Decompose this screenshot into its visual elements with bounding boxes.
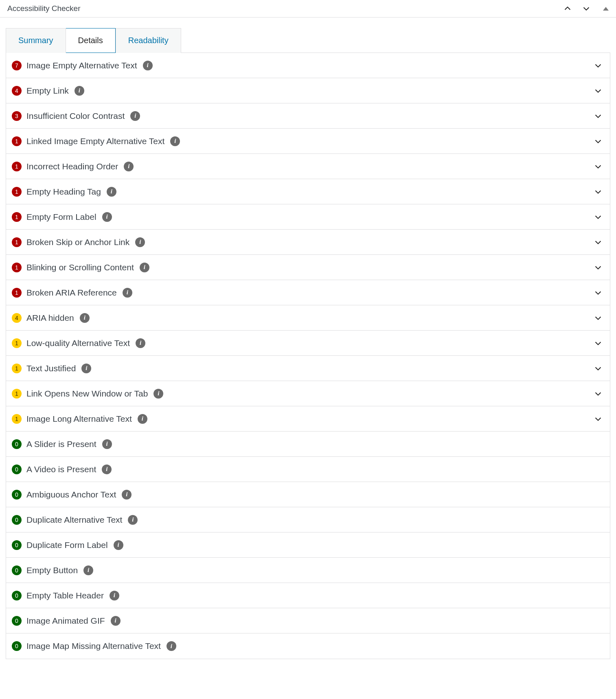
- count-badge: 3: [12, 111, 22, 121]
- info-icon[interactable]: i: [75, 86, 84, 96]
- chevron-down-icon[interactable]: [594, 364, 603, 373]
- count-badge: 1: [12, 414, 22, 424]
- chevron-down-icon[interactable]: [594, 61, 603, 70]
- triangle-up-icon[interactable]: [603, 7, 609, 11]
- info-icon[interactable]: i: [107, 187, 116, 197]
- count-badge: 1: [12, 263, 22, 272]
- issue-row: 0Duplicate Alternative Texti: [6, 507, 610, 532]
- count-badge: 1: [12, 364, 22, 373]
- chevron-down-icon[interactable]: [594, 86, 603, 95]
- panel-header: Accessibility Checker: [0, 0, 616, 18]
- issue-row: 0Image Animated GIFi: [6, 608, 610, 633]
- count-badge: 1: [12, 162, 22, 171]
- count-badge: 1: [12, 212, 22, 222]
- info-icon[interactable]: i: [102, 212, 112, 222]
- chevron-down-icon[interactable]: [594, 187, 603, 196]
- info-icon[interactable]: i: [167, 641, 176, 651]
- count-badge: 4: [12, 86, 22, 96]
- issue-title: Linked Image Empty Alternative Text: [26, 136, 164, 146]
- issue-row[interactable]: 1Empty Heading Tagi: [6, 179, 610, 204]
- info-icon[interactable]: i: [123, 288, 132, 298]
- issue-row[interactable]: 7Image Empty Alternative Texti: [6, 53, 610, 78]
- panel-header-controls: [563, 4, 609, 13]
- info-icon[interactable]: i: [170, 136, 180, 146]
- count-badge: 0: [12, 565, 22, 575]
- chevron-down-icon[interactable]: [582, 4, 591, 13]
- chevron-down-icon[interactable]: [594, 414, 603, 423]
- issue-row[interactable]: 1Empty Form Labeli: [6, 204, 610, 230]
- info-icon[interactable]: i: [111, 616, 121, 626]
- chevron-up-icon[interactable]: [563, 4, 572, 13]
- issue-row[interactable]: 1Image Long Alternative Texti: [6, 406, 610, 432]
- issue-row: 0Empty Table Headeri: [6, 583, 610, 608]
- info-icon[interactable]: i: [143, 61, 153, 70]
- issue-title: Broken Skip or Anchor Link: [26, 237, 129, 247]
- chevron-down-icon[interactable]: [594, 213, 603, 221]
- info-icon[interactable]: i: [128, 515, 138, 525]
- chevron-down-icon[interactable]: [594, 162, 603, 171]
- chevron-down-icon[interactable]: [594, 112, 603, 121]
- issue-row: 0Duplicate Form Labeli: [6, 532, 610, 558]
- info-icon[interactable]: i: [140, 263, 149, 272]
- info-icon[interactable]: i: [102, 465, 112, 474]
- chevron-down-icon[interactable]: [594, 339, 603, 348]
- info-icon[interactable]: i: [110, 591, 119, 600]
- count-badge: 7: [12, 61, 22, 70]
- issue-title: Text Justified: [26, 364, 76, 373]
- issue-row[interactable]: 1Low-quality Alternative Texti: [6, 331, 610, 356]
- info-icon[interactable]: i: [83, 565, 93, 575]
- info-icon[interactable]: i: [122, 490, 132, 500]
- info-icon[interactable]: i: [81, 364, 91, 373]
- issue-row[interactable]: 1Blinking or Scrolling Contenti: [6, 255, 610, 280]
- count-badge: 0: [12, 540, 22, 550]
- issue-row[interactable]: 1Incorrect Heading Orderi: [6, 154, 610, 179]
- panel-title: Accessibility Checker: [7, 4, 81, 13]
- chevron-down-icon[interactable]: [594, 288, 603, 297]
- issue-row: 0A Video is Presenti: [6, 457, 610, 482]
- issue-row[interactable]: 1Text Justifiedi: [6, 356, 610, 381]
- info-icon[interactable]: i: [136, 338, 145, 348]
- chevron-down-icon[interactable]: [594, 263, 603, 272]
- info-icon[interactable]: i: [135, 237, 145, 247]
- issue-row[interactable]: 3Insufficient Color Contrasti: [6, 103, 610, 129]
- tab-details[interactable]: Details: [66, 28, 116, 53]
- issue-list: 7Image Empty Alternative Texti4Empty Lin…: [6, 53, 610, 659]
- info-icon[interactable]: i: [153, 389, 163, 399]
- issue-row[interactable]: 4ARIA hiddeni: [6, 305, 610, 331]
- issue-title: Empty Form Label: [26, 212, 96, 222]
- issue-row: 0Image Map Missing Alternative Texti: [6, 633, 610, 659]
- info-icon[interactable]: i: [80, 313, 90, 323]
- issue-row[interactable]: 1Broken Skip or Anchor Linki: [6, 230, 610, 255]
- count-badge: 0: [12, 641, 22, 651]
- panel-content: SummaryDetailsReadability 7Image Empty A…: [0, 28, 616, 659]
- issue-title: Duplicate Form Label: [26, 540, 108, 550]
- info-icon[interactable]: i: [114, 540, 123, 550]
- chevron-down-icon[interactable]: [594, 238, 603, 247]
- chevron-down-icon[interactable]: [594, 137, 603, 146]
- issue-title: Image Map Missing Alternative Text: [26, 641, 161, 651]
- chevron-down-icon[interactable]: [594, 313, 603, 322]
- tab-summary[interactable]: Summary: [6, 28, 66, 53]
- issue-title: Empty Table Header: [26, 591, 104, 600]
- info-icon[interactable]: i: [124, 162, 134, 171]
- count-badge: 0: [12, 616, 22, 626]
- issue-row[interactable]: 1Broken ARIA Referencei: [6, 280, 610, 305]
- count-badge: 1: [12, 187, 22, 197]
- info-icon[interactable]: i: [138, 414, 147, 424]
- count-badge: 4: [12, 313, 22, 323]
- issue-title: A Video is Present: [26, 465, 96, 474]
- issue-title: Ambiguous Anchor Text: [26, 490, 116, 500]
- count-badge: 1: [12, 136, 22, 146]
- chevron-down-icon[interactable]: [594, 389, 603, 398]
- info-icon[interactable]: i: [130, 111, 140, 121]
- issue-row[interactable]: 1Linked Image Empty Alternative Texti: [6, 129, 610, 154]
- issue-row[interactable]: 4Empty Linki: [6, 78, 610, 103]
- tab-readability[interactable]: Readability: [116, 28, 181, 53]
- issue-title: Empty Link: [26, 86, 69, 96]
- issue-row: 0Empty Buttoni: [6, 558, 610, 583]
- issue-row[interactable]: 1Link Opens New Window or Tabi: [6, 381, 610, 406]
- info-icon[interactable]: i: [102, 439, 112, 449]
- accessibility-checker-panel: Accessibility Checker SummaryDetailsRead…: [0, 0, 616, 659]
- issue-title: Empty Button: [26, 565, 78, 575]
- issue-title: Image Animated GIF: [26, 616, 105, 626]
